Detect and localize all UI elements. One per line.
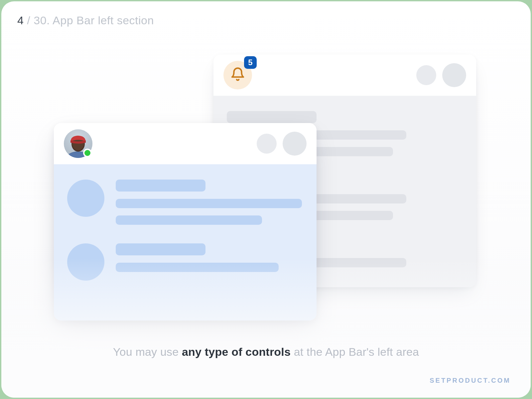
notification-button[interactable]: 5: [223, 61, 252, 89]
skeleton-line: [116, 215, 262, 225]
skeleton-post: [67, 180, 303, 225]
slide-caption: You may use any type of controls at the …: [1, 345, 531, 358]
skeleton-line: [116, 263, 279, 272]
skeleton-title: [116, 180, 205, 192]
skeleton-title: [116, 243, 205, 255]
appbar-example-avatar: [54, 123, 317, 321]
breadcrumb-title: 30. App Bar left section: [34, 14, 154, 27]
skeleton-post: [67, 243, 303, 281]
skeleton-avatar: [67, 180, 104, 217]
brand-watermark: SETPRODUCT.COM: [430, 377, 511, 384]
content-skeleton: [54, 164, 317, 321]
bell-icon: [230, 67, 245, 83]
appbar-avatar-placeholder[interactable]: [442, 63, 466, 87]
caption-emphasis: any type of controls: [182, 345, 291, 358]
appbar-action-placeholder[interactable]: [416, 65, 436, 85]
skeleton-title: [227, 111, 317, 123]
notification-badge: 5: [244, 56, 257, 69]
appbar-action-placeholder[interactable]: [257, 134, 277, 154]
breadcrumb-sep: /: [24, 14, 34, 27]
breadcrumb-current: 4: [17, 14, 24, 27]
skeleton-line: [116, 199, 302, 208]
user-avatar-button[interactable]: [64, 129, 92, 158]
app-bar: [54, 123, 317, 164]
caption-post: at the App Bar's left area: [291, 345, 419, 358]
presence-indicator: [83, 149, 92, 157]
breadcrumb: 4 / 30. App Bar left section: [17, 14, 154, 27]
app-bar: 5: [213, 55, 476, 96]
caption-pre: You may use: [113, 345, 182, 358]
slide-stage: 4 / 30. App Bar left section 5: [1, 1, 531, 398]
skeleton-avatar: [67, 243, 104, 281]
appbar-avatar-placeholder[interactable]: [283, 132, 307, 156]
